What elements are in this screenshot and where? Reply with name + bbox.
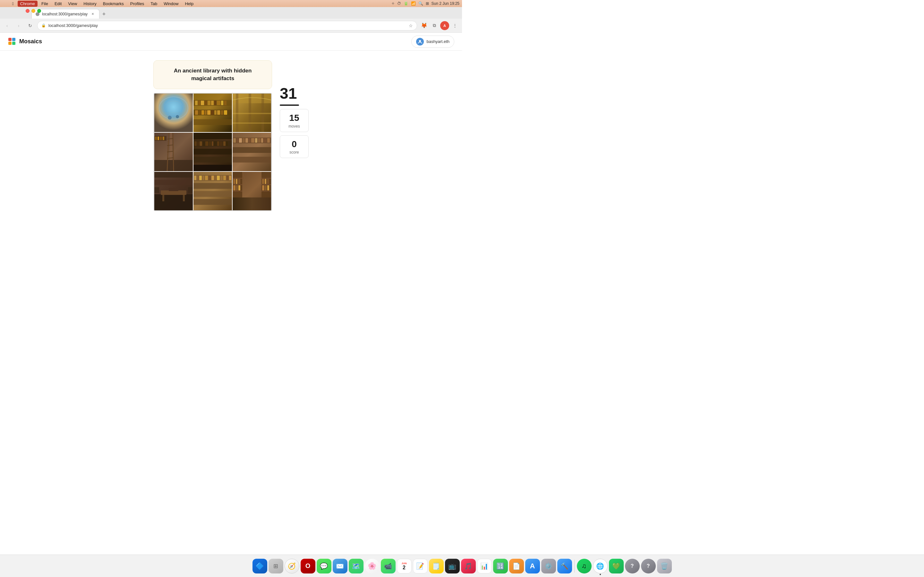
svg-rect-21 — [214, 101, 216, 105]
close-button[interactable] — [26, 9, 29, 13]
view-menu[interactable]: View — [65, 1, 79, 7]
svg-rect-86 — [258, 138, 260, 143]
url-bar[interactable]: 🔒 localhost:3000/games/play ☆ — [37, 21, 417, 31]
svg-rect-71 — [220, 141, 223, 146]
user-avatar — [416, 38, 424, 45]
tab-close-button[interactable]: ✕ — [90, 11, 95, 17]
svg-rect-15 — [195, 101, 198, 105]
svg-rect-87 — [261, 138, 263, 143]
maximize-button[interactable] — [37, 9, 41, 13]
puzzle-cell-9[interactable] — [233, 172, 271, 210]
wifi-icon: 📶 — [411, 1, 416, 6]
main-score-display: 31 — [280, 86, 309, 101]
svg-rect-115 — [223, 176, 226, 180]
control-center-icon[interactable]: ⊞ — [426, 1, 429, 6]
apple-menu[interactable]:  — [10, 1, 16, 7]
svg-rect-82 — [246, 138, 248, 143]
reload-button[interactable]: ↻ — [26, 21, 35, 30]
svg-rect-85 — [255, 138, 257, 143]
svg-rect-63 — [197, 141, 199, 146]
svg-rect-138 — [265, 185, 267, 190]
app-logo[interactable]: Mosaics — [8, 37, 42, 46]
bookmarks-menu[interactable]: Bookmarks — [100, 1, 126, 7]
puzzle-cell-6[interactable] — [233, 133, 271, 171]
security-lock-icon: 🔒 — [41, 23, 46, 27]
puzzle-cell-4[interactable] — [154, 133, 193, 171]
svg-rect-102 — [194, 183, 232, 189]
cell-4-inner — [154, 133, 193, 171]
edit-menu[interactable]: Edit — [52, 1, 64, 7]
new-tab-button[interactable]: + — [99, 10, 108, 19]
svg-rect-17 — [201, 101, 204, 105]
svg-rect-62 — [194, 141, 197, 146]
history-menu[interactable]: History — [81, 1, 99, 7]
window-controls — [26, 9, 41, 13]
svg-rect-131 — [233, 185, 236, 190]
cell-7-inner — [154, 172, 193, 210]
puzzle-cell-3[interactable] — [233, 93, 271, 132]
svg-rect-65 — [203, 141, 205, 146]
svg-rect-108 — [202, 176, 204, 180]
svg-rect-117 — [229, 176, 231, 180]
tab-menu[interactable]: Tab — [148, 1, 160, 7]
svg-rect-28 — [205, 110, 207, 115]
svg-rect-67 — [209, 141, 211, 146]
svg-rect-2 — [8, 42, 11, 45]
svg-rect-60 — [194, 157, 232, 163]
svg-rect-128 — [233, 179, 235, 184]
browser-profile-button[interactable]: A — [440, 21, 449, 30]
svg-rect-57 — [194, 133, 232, 139]
menu-bar:  Chrome File Edit View History Bookmark… — [10, 1, 196, 7]
profiles-menu[interactable]: Profiles — [128, 1, 147, 7]
user-label: bashyart.eth — [426, 39, 449, 44]
puzzle-cell-1[interactable] — [154, 93, 193, 132]
svg-rect-93 — [162, 195, 164, 201]
search-icon[interactable]: 🔍 — [418, 1, 423, 6]
menu-bar-right: ✧ ⏱ 🔋 📶 🔍 ⊞ Sun 2 Jun 19:25 — [391, 1, 459, 6]
svg-rect-111 — [212, 176, 214, 180]
svg-rect-41 — [233, 122, 271, 124]
svg-rect-104 — [194, 199, 232, 205]
bookmark-star-icon[interactable]: ☆ — [409, 23, 413, 28]
svg-rect-68 — [212, 141, 213, 146]
fox-extension-icon[interactable]: 🦊 — [420, 21, 429, 30]
app-menu-name[interactable]: Chrome — [18, 1, 37, 7]
system-icon-settings: ✧ — [391, 1, 395, 6]
window-menu[interactable]: Window — [161, 1, 181, 7]
score-bar — [280, 105, 299, 106]
svg-rect-119 — [233, 197, 271, 210]
help-menu[interactable]: Help — [182, 1, 196, 7]
svg-rect-84 — [251, 138, 254, 143]
browser-tab[interactable]: localhost:3000/games/play ✕ — [31, 9, 99, 19]
svg-rect-19 — [208, 101, 210, 105]
svg-rect-30 — [211, 110, 214, 115]
file-menu[interactable]: File — [39, 1, 51, 7]
system-icon-clock: ⏱ — [397, 1, 401, 6]
svg-rect-70 — [217, 141, 219, 146]
user-button[interactable]: bashyart.eth — [411, 35, 454, 48]
svg-rect-24 — [224, 101, 226, 105]
svg-rect-80 — [239, 138, 242, 143]
cell-1-inner — [154, 93, 193, 132]
svg-rect-92 — [161, 190, 186, 195]
puzzle-cell-7[interactable] — [154, 172, 193, 210]
svg-rect-3 — [12, 42, 15, 45]
forward-button[interactable]: › — [14, 21, 23, 30]
puzzle-cell-8[interactable] — [194, 172, 232, 210]
puzzle-grid[interactable] — [153, 93, 272, 211]
tab-title: localhost:3000/games/play — [42, 12, 87, 16]
back-button[interactable]: ‹ — [3, 21, 11, 30]
svg-rect-64 — [200, 141, 202, 146]
svg-rect-99 — [188, 187, 193, 193]
cell-8-inner — [194, 172, 232, 210]
svg-rect-29 — [207, 110, 210, 115]
chrome-menu-button[interactable]: ⋮ — [451, 21, 459, 30]
extensions-icon[interactable]: ⧉ — [430, 21, 439, 30]
minimize-button[interactable] — [31, 9, 35, 13]
title-bar:  Chrome File Edit View History Bookmark… — [0, 0, 462, 7]
svg-rect-97 — [154, 180, 193, 185]
svg-line-46 — [173, 133, 174, 171]
puzzle-cell-5[interactable] — [194, 133, 232, 171]
puzzle-cell-2[interactable] — [194, 93, 232, 132]
svg-rect-55 — [163, 137, 164, 140]
